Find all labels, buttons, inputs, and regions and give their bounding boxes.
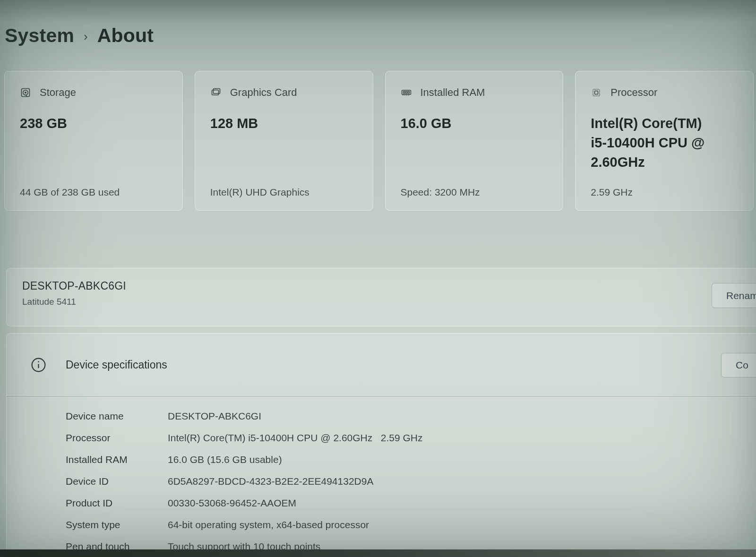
info-icon — [30, 357, 47, 373]
spec-label: System type — [66, 519, 168, 531]
table-row: Processor Intel(R) Core(TM) i5-10400H CP… — [66, 427, 756, 449]
installed-ram-label: Installed RAM — [421, 86, 485, 99]
settings-about-page: System › About Storage 238 GB 44 GB of 2… — [0, 0, 756, 557]
processor-card-label: Processor — [610, 86, 657, 99]
graphics-card-card[interactable]: Graphics Card 128 MB Intel(R) UHD Graphi… — [195, 71, 373, 211]
table-row: Device name DESKTOP-ABKC6GI — [66, 405, 756, 427]
device-specifications-header[interactable]: Device specifications Co — [7, 334, 756, 396]
table-row: Product ID 00330-53068-96452-AAOEM — [66, 492, 756, 514]
page-title: About — [97, 25, 154, 47]
installed-ram-caption: Speed: 3200 MHz — [401, 187, 480, 198]
device-model: Latitude 5411 — [22, 297, 756, 307]
ram-icon — [401, 87, 412, 98]
spec-label: Device name — [66, 411, 168, 422]
graphics-card-label: Graphics Card — [230, 86, 297, 99]
graphics-card-value: 128 MB — [210, 114, 328, 133]
breadcrumb-system-link[interactable]: System — [5, 25, 74, 47]
device-specifications-title: Device specifications — [66, 359, 167, 371]
graphics-card-icon — [210, 87, 222, 98]
table-row: System type 64-bit operating system, x64… — [66, 514, 756, 536]
copy-button[interactable]: Co — [721, 353, 756, 377]
spec-value: DESKTOP-ABKC6GI — [168, 411, 261, 422]
spec-table: Device name DESKTOP-ABKC6GI Processor In… — [7, 397, 756, 557]
storage-card-label: Storage — [40, 86, 76, 99]
table-row: Installed RAM 16.0 GB (15.6 GB usable) — [66, 449, 756, 471]
device-specifications-panel: Device specifications Co Device name DES… — [6, 333, 756, 557]
storage-disk-icon — [20, 87, 31, 98]
processor-icon — [591, 87, 602, 98]
storage-card-value: 238 GB — [20, 114, 138, 133]
rename-pc-button[interactable]: Renam — [712, 283, 756, 308]
breadcrumb: System › About — [5, 25, 154, 47]
device-name: DESKTOP-ABKC6GI — [22, 280, 756, 292]
installed-ram-card[interactable]: Installed RAM 16.0 GB Speed: 3200 MHz — [385, 71, 564, 211]
storage-card[interactable]: Storage 238 GB 44 GB of 238 GB used — [4, 71, 183, 211]
spec-value: 64-bit operating system, x64-based proce… — [168, 519, 369, 531]
table-row: Device ID 6D5A8297-BDCD-4323-B2E2-2EE494… — [66, 471, 756, 492]
spec-label: Product ID — [66, 497, 168, 509]
spec-label: Processor — [66, 432, 168, 444]
spec-value: Intel(R) Core(TM) i5-10400H CPU @ 2.60GH… — [168, 432, 422, 444]
spec-value: 00330-53068-96452-AAOEM — [168, 497, 296, 509]
chevron-right-icon: › — [83, 29, 89, 44]
processor-card[interactable]: Processor Intel(R) Core(TM) i5-10400H CP… — [575, 71, 754, 211]
spec-label: Device ID — [66, 476, 168, 487]
processor-card-caption: 2.59 GHz — [591, 187, 633, 198]
spec-value: 16.0 GB (15.6 GB usable) — [168, 454, 282, 465]
processor-card-value: Intel(R) Core(TM) i5-10400H CPU @ 2.60GH… — [591, 114, 709, 172]
installed-ram-value: 16.0 GB — [401, 114, 519, 133]
screen-photo-bottom-edge — [0, 549, 756, 557]
spec-value: 6D5A8297-BDCD-4323-B2E2-2EE494132D9A — [168, 476, 373, 487]
graphics-card-caption: Intel(R) UHD Graphics — [210, 187, 309, 198]
storage-card-caption: 44 GB of 238 GB used — [20, 187, 120, 198]
device-name-bar: DESKTOP-ABKC6GI Latitude 5411 Renam — [6, 268, 756, 326]
spec-label: Installed RAM — [66, 454, 168, 465]
summary-cards: Storage 238 GB 44 GB of 238 GB used Grap… — [4, 71, 754, 211]
